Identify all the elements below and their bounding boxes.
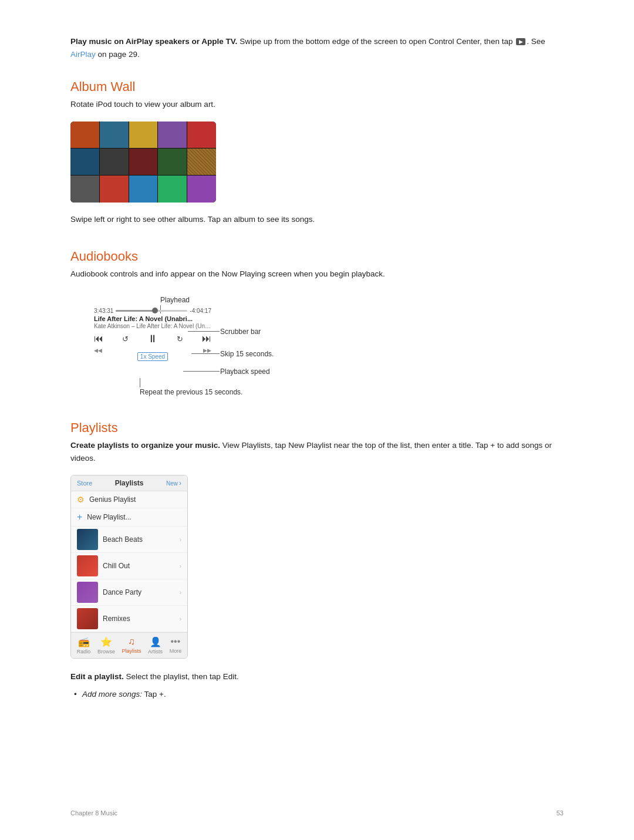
playlists-ui: Store Playlists New › ⚙ Genius Playlist …: [70, 475, 188, 659]
footer-radio-label: Radio: [77, 649, 91, 655]
chevron-icon-remix: ›: [180, 616, 181, 622]
playlist-thumb-remix: [77, 608, 98, 629]
footer-radio[interactable]: 📻 Radio: [77, 636, 91, 655]
airplay-icon-inline: ▶: [516, 38, 525, 45]
scrubbar-row: 3:43:31 -4:04:17: [94, 308, 211, 314]
track-title: Life After Life: A Novel (Unabri...: [94, 315, 211, 322]
airplay-link[interactable]: AirPlay: [70, 50, 96, 59]
album-wall-image: [70, 122, 216, 203]
speed-display[interactable]: 1x Speed: [94, 353, 211, 360]
add-songs-bullet: Add more songs: Tap +.: [70, 688, 564, 701]
playlist-thumb-chill: [77, 555, 98, 576]
album-swipe-text: Swipe left or right to see other albums.…: [70, 213, 564, 226]
footer-chapter: Chapter 8 Music: [70, 809, 117, 817]
genius-playlist-label: Genius Playlist: [89, 495, 181, 504]
intro-bold: Play music on AirPlay speakers or Apple …: [70, 37, 237, 46]
annotation-speed: Playback speed: [220, 367, 270, 376]
audiobooks-subtext: Audiobook controls and info appear on th…: [70, 268, 564, 281]
intro-text4: on page 29.: [96, 50, 140, 59]
genius-playlist-item[interactable]: ⚙ Genius Playlist: [71, 491, 187, 508]
audiobook-diagram: Playhead 3:43:31 -4:04:17 Life After Lif…: [94, 291, 340, 397]
album-cell-2: [100, 122, 129, 148]
controls-row: ⏮ ↺ ⏸ ↻ ⏭: [94, 333, 211, 345]
add-songs-italic: Add more songs:: [82, 690, 142, 699]
playlist-store-label[interactable]: Store: [77, 480, 92, 487]
album-cell-6: [70, 149, 99, 175]
playlists-icon: ♫: [128, 636, 135, 647]
playlist-item-dance[interactable]: Dance Party ›: [71, 579, 187, 606]
album-cell-5: [187, 122, 216, 148]
chevron-icon-chill: ›: [180, 563, 181, 569]
playlist-new-label[interactable]: New ›: [166, 479, 181, 487]
album-cell-1: [70, 122, 99, 148]
more-icon: •••: [171, 636, 181, 647]
album-cell-15: [187, 176, 216, 202]
annotation-skip: Skip 15 seconds.: [220, 350, 274, 358]
footer-browse[interactable]: ⭐ Browse: [97, 636, 115, 655]
playlist-footer: 📻 Radio ⭐ Browse ♫ Playlists 👤 Artists •…: [71, 632, 187, 658]
artists-icon: 👤: [150, 636, 161, 647]
genius-icon: ⚙: [77, 495, 85, 504]
browse-icon: ⭐: [100, 636, 112, 647]
annotation-speed-line: [183, 371, 220, 372]
album-cell-3: [129, 122, 158, 148]
annotation-skip-line: [191, 353, 220, 354]
radio-icon: 📻: [78, 636, 90, 647]
footer-playlists[interactable]: ♫ Playlists: [122, 636, 141, 655]
album-wall-heading: Album Wall: [70, 79, 564, 95]
footer-more[interactable]: ••• More: [170, 636, 182, 655]
replay15-button[interactable]: ↺: [122, 335, 129, 343]
rewind-button[interactable]: ⏮: [94, 333, 103, 344]
playlists-subtext-bold: Create playlists to organize your music.: [70, 441, 220, 450]
new-playlist-item[interactable]: + New Playlist...: [71, 508, 187, 527]
footer-page-number: 53: [557, 809, 564, 817]
annotation-repeat: Repeat the previous 15 seconds.: [140, 388, 242, 396]
speed-value: 1x Speed: [137, 352, 168, 361]
album-wall-section: Album Wall Rotate iPod touch to view you…: [70, 79, 564, 225]
pause-button[interactable]: ⏸: [147, 333, 158, 345]
playlist-name-beach: Beach Beats: [103, 535, 175, 544]
annotation-repeat-line: [140, 378, 140, 387]
annotation-scrubbar: Scrubber bar: [220, 328, 261, 336]
edit-playlist-rest: Select the playlist, then tap Edit.: [124, 672, 239, 681]
album-cell-10: [187, 149, 216, 175]
playlist-name-chill: Chill Out: [103, 562, 175, 570]
album-cell-11: [70, 176, 99, 202]
playlists-subtext: Create playlists to organize your music.…: [70, 439, 564, 464]
playlists-heading: Playlists: [70, 420, 564, 436]
intro-paragraph: Play music on AirPlay speakers or Apple …: [70, 35, 564, 60]
edit-playlist-text: Edit a playlist. Select the playlist, th…: [70, 670, 564, 683]
album-grid: [70, 122, 216, 203]
album-wall-subtext: Rotate iPod touch to view your album art…: [70, 98, 564, 111]
playlist-name-remixes: Remixes: [103, 615, 175, 623]
edit-playlist-bold: Edit a playlist.: [70, 672, 124, 681]
time-right: -4:04:17: [190, 308, 211, 314]
fastforward-button[interactable]: ⏭: [202, 333, 211, 344]
footer-playlists-label: Playlists: [122, 648, 141, 654]
playlist-name-dance: Dance Party: [103, 588, 175, 596]
playlists-section: Playlists Create playlists to organize y…: [70, 420, 564, 700]
playlist-thumb-dance: [77, 582, 98, 603]
playlist-thumb-beach: [77, 529, 98, 550]
time-left: 3:43:31: [94, 308, 113, 314]
chevron-icon: ›: [180, 537, 181, 543]
playlist-item-remixes[interactable]: Remixes ›: [71, 606, 187, 632]
page-footer: Chapter 8 Music 53: [70, 809, 564, 817]
album-cell-8: [129, 149, 158, 175]
chevron-icon-dance: ›: [180, 589, 181, 596]
add-songs-text: Tap +.: [142, 690, 166, 699]
album-cell-12: [100, 176, 129, 202]
album-cell-4: [158, 122, 187, 148]
footer-artists[interactable]: 👤 Artists: [148, 636, 163, 655]
scrubbar-thumb: [152, 308, 158, 313]
track-artist: Kate Atkinson – Life After Life: A Novel…: [94, 323, 211, 329]
intro-text2: Swipe up from the bottom edge of the scr…: [237, 37, 515, 46]
footer-artists-label: Artists: [148, 649, 163, 655]
annotation-scrubbar-line: [188, 331, 220, 332]
footer-more-label: More: [170, 648, 182, 654]
playlist-item-beach[interactable]: Beach Beats ›: [71, 527, 187, 553]
playlist-item-chill[interactable]: Chill Out ›: [71, 553, 187, 579]
forward15-button[interactable]: ↻: [177, 335, 183, 343]
scrubbar[interactable]: [116, 310, 187, 312]
audiobooks-section: Audiobooks Audiobook controls and info a…: [70, 249, 564, 397]
